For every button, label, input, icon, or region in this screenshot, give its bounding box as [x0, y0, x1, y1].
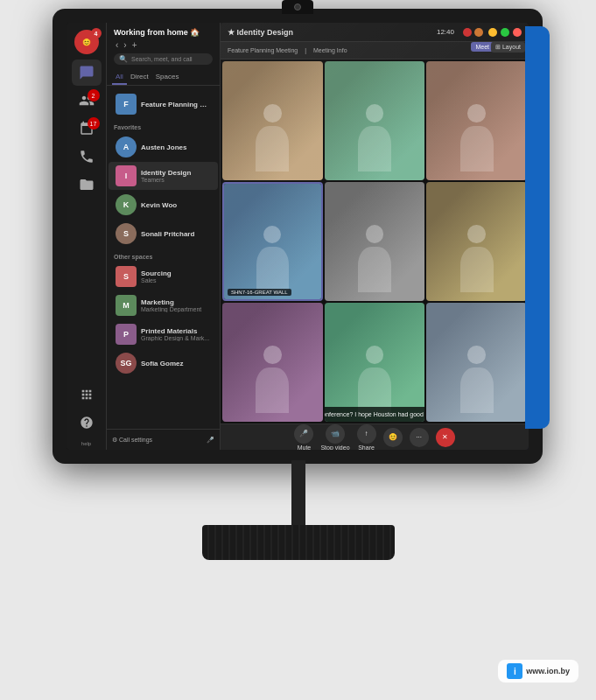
- list-item[interactable]: P Printed Materials Graphic Design & Mar…: [109, 320, 218, 348]
- avatar: S: [116, 266, 137, 287]
- sidebar-item-chat[interactable]: [72, 60, 102, 86]
- meeting-titlebar: ★ Identity Design 12:40: [221, 23, 529, 42]
- chat-name: Sofia Gomez: [141, 360, 211, 368]
- video-cell-7: [222, 303, 323, 422]
- maximize-button[interactable]: [501, 28, 509, 37]
- user-avatar[interactable]: 😊 4: [74, 30, 99, 54]
- share-button[interactable]: ↑: [357, 424, 376, 444]
- mute-label: Mute: [298, 444, 312, 451]
- monitor-stand-base: [202, 525, 395, 560]
- minimize-button[interactable]: [488, 28, 497, 37]
- help-label: help: [81, 438, 91, 450]
- section-other-spaces: Other spaces: [107, 248, 220, 262]
- share-control[interactable]: ↑ Share: [357, 424, 376, 451]
- list-item[interactable]: F Feature Planning M...: [109, 90, 218, 118]
- video-cell-5: [325, 182, 425, 301]
- list-item[interactable]: K Kevin Woo: [109, 191, 218, 219]
- separator: |: [305, 47, 306, 53]
- scene: 😊 4 2 17: [0, 0, 596, 700]
- webcam-lens: [294, 4, 301, 10]
- chat-sub: Graphic Design & Mark...: [141, 335, 211, 341]
- video-control[interactable]: 📹 Stop video: [320, 424, 349, 451]
- meeting-title: ★ Identity Design: [228, 28, 431, 37]
- chat-info: Sonali Pritchard: [141, 230, 211, 238]
- person-video-6: [426, 182, 527, 301]
- teams-badge: 2: [88, 89, 100, 102]
- monitor: 😊 4 2 17: [53, 9, 543, 464]
- mute-control[interactable]: 🎤 Mute: [294, 424, 313, 451]
- tab-spaces[interactable]: Spaces: [152, 70, 183, 85]
- chat-name: Printed Materials: [141, 327, 211, 335]
- chat-sub: Sales: [141, 277, 211, 284]
- sidebar-item-apps[interactable]: [72, 382, 102, 408]
- back-button[interactable]: ‹: [114, 40, 120, 50]
- sidebar-item-files[interactable]: [72, 172, 102, 198]
- monitor-blue-accent: [525, 26, 550, 429]
- tabs-row: All Direct Spaces: [107, 70, 220, 86]
- emoji-button[interactable]: 😊: [383, 428, 403, 447]
- tab-direct[interactable]: Direct: [127, 70, 152, 85]
- chat-name: Austen Jones: [141, 144, 211, 151]
- caption-overlay: Did you have a good time at the conferen…: [325, 407, 425, 422]
- person-video-7: [222, 303, 323, 422]
- person-video-1: [222, 61, 323, 180]
- mute-button[interactable]: 🎤: [294, 424, 313, 444]
- video-cell-8-caption: Did you have a good time at the conferen…: [325, 303, 425, 422]
- forward-button[interactable]: ›: [122, 40, 128, 50]
- monitor-screen: 😊 4 2 17: [67, 23, 529, 450]
- sidebar-item-teams[interactable]: 2: [72, 88, 102, 114]
- notification-badge: 4: [91, 28, 102, 38]
- search-placeholder: Search, meet, and call: [131, 56, 193, 62]
- list-item[interactable]: S Sourcing Sales: [109, 262, 218, 290]
- video-grid: SHN7-16-GREAT WALL: [221, 60, 529, 424]
- chat-name: Identity Design: [141, 169, 211, 177]
- chat-info: Feature Planning M...: [141, 101, 211, 108]
- video-cell-4-active: SHN7-16-GREAT WALL: [222, 182, 323, 301]
- meeting-info-label[interactable]: Meeting Info: [313, 47, 347, 53]
- chat-name: Kevin Woo: [141, 201, 211, 209]
- new-chat-button[interactable]: +: [130, 40, 139, 50]
- sidebar-item-calls[interactable]: [72, 144, 102, 170]
- call-settings[interactable]: ⚙ Call settings: [112, 437, 152, 444]
- person-video-4: [224, 184, 321, 299]
- chat-info: Sourcing Sales: [141, 270, 211, 284]
- layout-button[interactable]: ⊞ Layout: [491, 42, 525, 52]
- chat-name: Sourcing: [141, 270, 211, 277]
- video-button[interactable]: 📹: [326, 424, 345, 444]
- avatar: I: [116, 165, 137, 186]
- person-video-8: [325, 303, 425, 422]
- sidebar-item-help[interactable]: [72, 410, 102, 436]
- list-item[interactable]: I Identity Design Teamers: [109, 162, 218, 190]
- status-icons: 🎤: [207, 437, 214, 444]
- video-label-btn: Stop video: [320, 444, 349, 451]
- video-cell-1: [222, 61, 323, 180]
- chat-name: Marketing: [141, 298, 211, 306]
- avatar: K: [116, 194, 137, 215]
- tab-all[interactable]: All: [112, 70, 127, 85]
- avatar: S: [116, 223, 137, 244]
- end-call-button[interactable]: ✕: [436, 428, 455, 447]
- list-item[interactable]: SG Sofia Gomez: [109, 349, 218, 377]
- search-bar[interactable]: 🔍 Search, meet, and call: [114, 53, 213, 65]
- rec-dot-1: [463, 28, 472, 37]
- sidebar-item-calendar[interactable]: 17: [72, 116, 102, 142]
- teams-ui: 😊 4 2 17: [67, 23, 529, 450]
- chat-info: Printed Materials Graphic Design & Mark.…: [141, 327, 211, 341]
- video-cell-6: [426, 182, 527, 301]
- monitor-stand-neck: [291, 460, 305, 530]
- close-button[interactable]: [513, 28, 522, 37]
- calendar-badge: 17: [88, 117, 100, 130]
- meeting-controls: 🎤 Mute 📹 Stop video ↑ Share 😊 ···: [221, 424, 529, 450]
- person-video-5: [325, 182, 425, 301]
- list-item[interactable]: S Sonali Pritchard: [109, 220, 218, 248]
- chat-name: Sonali Pritchard: [141, 230, 211, 238]
- watermark-logo: i: [507, 663, 522, 679]
- video-cell-9: [426, 303, 527, 422]
- more-button[interactable]: ···: [410, 428, 429, 447]
- avatar: A: [116, 136, 137, 158]
- window-controls: [488, 28, 522, 37]
- avatar: F: [116, 94, 137, 115]
- working-title: Working from home 🏠: [114, 28, 213, 37]
- list-item[interactable]: M Marketing Marketing Department: [109, 291, 218, 319]
- list-item[interactable]: A Austen Jones: [109, 133, 218, 161]
